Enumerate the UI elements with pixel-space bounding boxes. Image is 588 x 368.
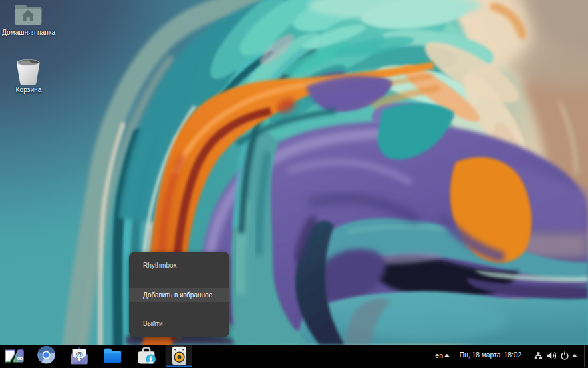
svg-text:@: @ — [75, 351, 83, 360]
